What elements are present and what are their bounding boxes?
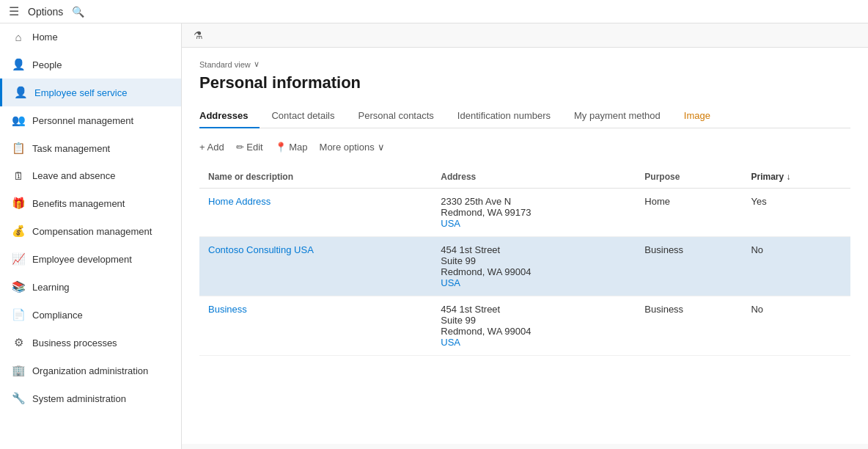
tab-contact-details[interactable]: Contact details — [260, 104, 346, 128]
address-cell: 454 1st StreetSuite 99Redmond, WA 99004U… — [432, 296, 636, 356]
primary-cell: No — [742, 237, 850, 296]
sidebar-icon-employee-development: 📈 — [12, 252, 25, 266]
address-name-cell[interactable]: Business — [199, 296, 432, 356]
sidebar-icon-system-administration: 🔧 — [12, 392, 25, 405]
sidebar-label-personnel-management: Personnel management — [32, 115, 133, 126]
address-line: Redmond, WA 99004 — [441, 266, 627, 277]
more-options-button[interactable]: More options ∨ — [320, 140, 385, 154]
address-name-cell[interactable]: Contoso Consulting USA — [199, 237, 432, 296]
purpose-cell: Business — [636, 237, 742, 296]
address-line: 454 1st Street — [441, 304, 627, 315]
chevron-down-icon: ∨ — [254, 59, 260, 69]
sidebar-label-compliance: Compliance — [32, 310, 83, 321]
filter-icon[interactable]: ⚗ — [194, 29, 203, 41]
sidebar-label-benefits-management: Benefits management — [32, 198, 125, 209]
sidebar-label-business-processes: Business processes — [32, 337, 117, 348]
col-header-primary[interactable]: Primary ↓ — [742, 166, 850, 189]
col-header-purpose: Purpose — [636, 166, 742, 189]
main-content: ⚗ Standard view ∨ Personal information A… — [182, 23, 868, 449]
address-cell: 2330 25th Ave NRedmond, WA 99173USA — [432, 189, 636, 237]
sidebar-item-benefits-management[interactable]: 🎁 Benefits management — [0, 189, 181, 217]
sidebar-item-employee-development[interactable]: 📈 Employee development — [0, 245, 181, 273]
address-line: 2330 25th Ave N — [441, 196, 627, 207]
sidebar-label-home: Home — [32, 32, 58, 43]
sidebar-label-leave-and-absence: Leave and absence — [32, 170, 115, 181]
purpose-cell: Home — [636, 189, 742, 237]
address-line: 454 1st Street — [441, 244, 627, 255]
more-options-label: More options — [320, 142, 375, 153]
options-bar: ⚗ — [182, 23, 868, 48]
address-line: USA — [441, 218, 627, 229]
top-bar: ☰ Options 🔍 — [0, 0, 868, 23]
edit-button[interactable]: ✏ Edit — [236, 140, 263, 154]
sidebar-item-system-administration[interactable]: 🔧 System administration — [0, 384, 181, 412]
col-header-address: Address — [432, 166, 636, 189]
tab-identification-numbers[interactable]: Identification numbers — [446, 104, 562, 128]
tab-my-payment-method[interactable]: My payment method — [562, 104, 672, 128]
sidebar-item-personnel-management[interactable]: 👥 Personnel management — [0, 106, 181, 134]
address-line: Redmond, WA 99173 — [441, 207, 627, 218]
sidebar-item-business-processes[interactable]: ⚙ Business processes — [0, 329, 181, 357]
sidebar-item-compensation-management[interactable]: 💰 Compensation management — [0, 217, 181, 245]
view-selector-label: Standard view — [199, 60, 251, 69]
address-cell: 454 1st StreetSuite 99Redmond, WA 99004U… — [432, 237, 636, 296]
tab-addresses[interactable]: Addresses — [199, 104, 260, 128]
address-line: Suite 99 — [441, 255, 627, 266]
sidebar-item-leave-and-absence[interactable]: 🗓 Leave and absence — [0, 162, 181, 189]
sidebar-item-employee-self-service[interactable]: 👤 Employee self service — [0, 79, 181, 106]
col-header-name: Name or description — [199, 166, 432, 189]
primary-cell: Yes — [742, 189, 850, 237]
sidebar-item-compliance[interactable]: 📄 Compliance — [0, 301, 181, 329]
add-button[interactable]: + Add — [199, 140, 224, 154]
address-line: Redmond, WA 99004 — [441, 326, 627, 337]
table-row[interactable]: Business454 1st StreetSuite 99Redmond, W… — [199, 296, 850, 356]
page-title: Personal information — [199, 73, 850, 92]
sidebar-icon-business-processes: ⚙ — [12, 336, 25, 349]
content-area: Standard view ∨ Personal information Add… — [182, 48, 868, 444]
sidebar-label-task-management: Task management — [32, 143, 110, 154]
address-line: Suite 99 — [441, 315, 627, 326]
tab-personal-contacts[interactable]: Personal contacts — [346, 104, 445, 128]
sidebar-label-people: People — [32, 59, 62, 70]
table-row[interactable]: Home Address2330 25th Ave NRedmond, WA 9… — [199, 189, 850, 237]
sidebar-icon-organization-administration: 🏢 — [12, 364, 25, 377]
map-button[interactable]: 📍 Map — [275, 140, 308, 154]
hamburger-icon[interactable]: ☰ — [9, 4, 19, 18]
sidebar-icon-compensation-management: 💰 — [12, 224, 25, 238]
sidebar-label-learning: Learning — [32, 282, 70, 293]
sidebar-label-organization-administration: Organization administration — [32, 365, 148, 376]
sidebar-icon-personnel-management: 👥 — [12, 114, 25, 127]
sidebar-item-learning[interactable]: 📚 Learning — [0, 273, 181, 301]
sidebar-label-system-administration: System administration — [32, 393, 126, 404]
sidebar-icon-benefits-management: 🎁 — [12, 197, 25, 210]
sidebar-icon-home: ⌂ — [12, 31, 25, 43]
search-icon[interactable]: 🔍 — [72, 6, 84, 18]
sidebar-icon-employee-self-service: 👤 — [14, 86, 27, 99]
toolbar: + Add ✏ Edit 📍 Map More options ∨ — [199, 140, 850, 154]
address-name-cell[interactable]: Home Address — [199, 189, 432, 237]
address-name-link[interactable]: Contoso Consulting USA — [208, 244, 314, 255]
sidebar-icon-compliance: 📄 — [12, 308, 25, 321]
options-title: Options — [28, 6, 63, 18]
sidebar-label-employee-self-service: Employee self service — [34, 87, 127, 98]
address-line: USA — [441, 277, 627, 288]
sidebar-icon-task-management: 📋 — [12, 142, 25, 155]
sidebar-item-home[interactable]: ⌂ Home — [0, 23, 181, 51]
table-row[interactable]: Contoso Consulting USA454 1st StreetSuit… — [199, 237, 850, 296]
sidebar-label-employee-development: Employee development — [32, 254, 132, 265]
address-name-link[interactable]: Business — [208, 304, 247, 315]
address-line: USA — [441, 337, 627, 348]
sidebar: ⌂ Home 👤 People 👤 Employee self service … — [0, 23, 182, 449]
address-name-link[interactable]: Home Address — [208, 196, 271, 207]
sidebar-label-compensation-management: Compensation management — [32, 226, 152, 237]
sidebar-icon-leave-and-absence: 🗓 — [12, 169, 25, 182]
sidebar-item-people[interactable]: 👤 People — [0, 51, 181, 79]
sidebar-item-organization-administration[interactable]: 🏢 Organization administration — [0, 357, 181, 384]
primary-cell: No — [742, 296, 850, 356]
view-selector[interactable]: Standard view ∨ — [199, 59, 850, 69]
sidebar-item-task-management[interactable]: 📋 Task management — [0, 134, 181, 162]
sidebar-icon-learning: 📚 — [12, 280, 25, 293]
sidebar-icon-people: 👤 — [12, 58, 25, 71]
purpose-cell: Business — [636, 296, 742, 356]
tab-image[interactable]: Image — [672, 104, 722, 128]
